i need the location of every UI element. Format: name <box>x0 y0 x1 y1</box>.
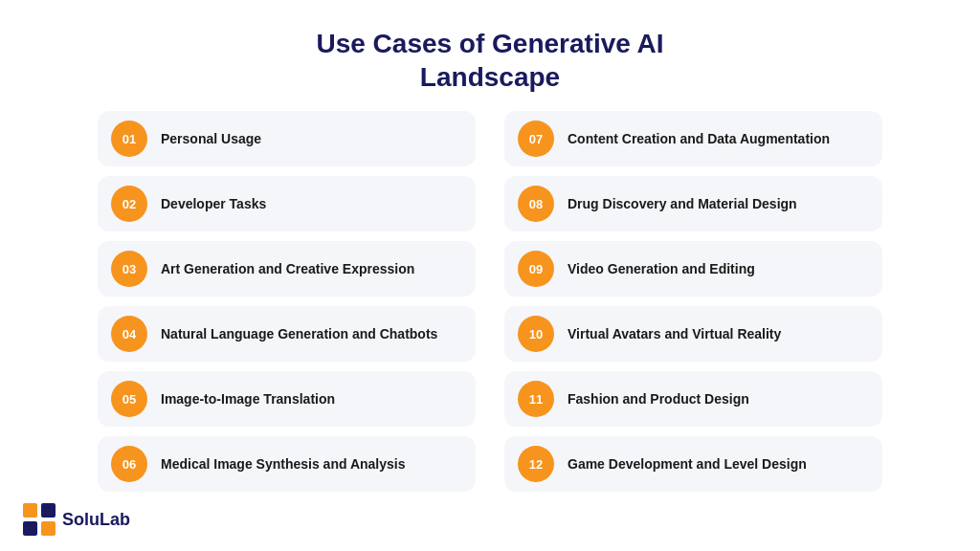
page-title: Use Cases of Generative AI Landscape <box>316 27 663 94</box>
use-case-card: 11Fashion and Product Design <box>504 371 882 427</box>
use-case-label: Game Development and Level Design <box>568 455 807 474</box>
svg-rect-0 <box>23 503 37 518</box>
use-case-card: 04Natural Language Generation and Chatbo… <box>98 306 476 362</box>
use-case-label: Fashion and Product Design <box>568 390 749 408</box>
use-case-number: 08 <box>518 186 554 222</box>
svg-rect-3 <box>41 521 56 536</box>
use-case-number: 11 <box>518 381 554 417</box>
use-case-card: 07Content Creation and Data Augmentation <box>504 111 882 166</box>
logo-area: SoluLab <box>23 503 130 536</box>
use-case-label: Art Generation and Creative Expression <box>161 260 414 278</box>
use-case-card: 12Game Development and Level Design <box>504 436 882 492</box>
use-case-card: 10Virtual Avatars and Virtual Reality <box>504 306 882 362</box>
use-case-label: Medical Image Synthesis and Analysis <box>161 455 405 474</box>
use-case-number: 10 <box>518 316 554 352</box>
use-case-number: 02 <box>111 186 147 222</box>
use-case-number: 03 <box>111 251 147 287</box>
use-case-label: Natural Language Generation and Chatbots <box>161 325 437 343</box>
svg-rect-1 <box>41 503 56 518</box>
use-case-number: 06 <box>111 446 147 482</box>
use-case-number: 04 <box>111 316 147 352</box>
use-case-number: 09 <box>518 251 554 287</box>
use-case-number: 12 <box>518 446 554 482</box>
use-case-card: 03Art Generation and Creative Expression <box>98 241 476 297</box>
use-case-card: 01Personal Usage <box>98 111 476 166</box>
use-cases-grid: 01Personal Usage07Content Creation and D… <box>98 111 882 492</box>
use-case-card: 08Drug Discovery and Material Design <box>504 176 882 231</box>
svg-rect-2 <box>23 521 37 536</box>
logo-text: SoluLab <box>62 510 130 530</box>
use-case-card: 05Image-to-Image Translation <box>98 371 476 427</box>
use-case-card: 06Medical Image Synthesis and Analysis <box>98 436 476 492</box>
use-case-label: Personal Usage <box>161 130 261 148</box>
use-case-number: 07 <box>518 121 554 157</box>
use-case-label: Virtual Avatars and Virtual Reality <box>568 325 781 343</box>
use-case-number: 01 <box>111 121 147 157</box>
use-case-card: 02Developer Tasks <box>98 176 476 231</box>
solulab-logo-icon <box>23 503 56 536</box>
use-case-label: Drug Discovery and Material Design <box>568 195 797 213</box>
use-case-label: Video Generation and Editing <box>568 260 755 278</box>
use-case-label: Content Creation and Data Augmentation <box>568 130 830 148</box>
use-case-label: Image-to-Image Translation <box>161 390 335 408</box>
use-case-card: 09Video Generation and Editing <box>504 241 882 297</box>
use-case-label: Developer Tasks <box>161 195 266 213</box>
use-case-number: 05 <box>111 381 147 417</box>
